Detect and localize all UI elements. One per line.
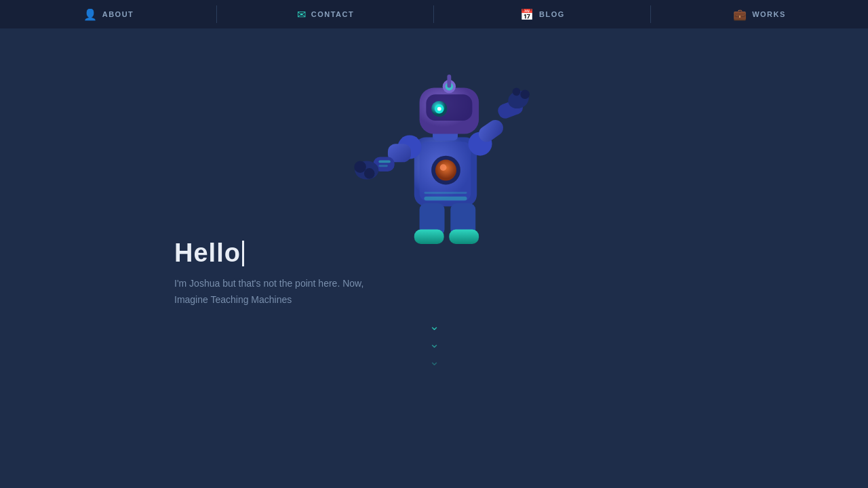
svg-rect-30 xyxy=(424,197,467,201)
person-icon: 👤 xyxy=(83,8,97,21)
chevron-1[interactable]: ⌄ xyxy=(429,320,439,332)
chevron-2[interactable]: ⌄ xyxy=(429,338,439,350)
svg-rect-29 xyxy=(449,230,479,244)
nav-contact-label: CONTACT xyxy=(311,10,354,18)
svg-point-19 xyxy=(364,168,375,179)
svg-rect-27 xyxy=(414,230,444,244)
nav-blog-label: BLOG xyxy=(539,10,565,18)
nav-works[interactable]: 💼 WORKS xyxy=(651,0,868,28)
svg-point-25 xyxy=(513,88,521,96)
svg-point-24 xyxy=(520,89,530,99)
hero-subtitle-line1: I'm Joshua but that's not the point here… xyxy=(174,278,363,289)
svg-point-10 xyxy=(437,107,441,111)
svg-rect-32 xyxy=(378,160,391,163)
nav-works-label: WORKS xyxy=(752,10,786,18)
text-cursor xyxy=(242,241,244,266)
svg-rect-31 xyxy=(424,192,467,194)
scroll-chevrons[interactable]: ⌄ ⌄ ⌄ xyxy=(429,320,439,367)
navbar: 👤 ABOUT ✉ CONTACT 📅 BLOG 💼 WORKS xyxy=(0,0,868,28)
svg-rect-33 xyxy=(378,165,388,167)
calendar-icon: 📅 xyxy=(520,8,534,21)
robot-illustration xyxy=(319,28,549,266)
svg-point-3 xyxy=(435,159,456,180)
nav-contact[interactable]: ✉ CONTACT xyxy=(217,0,434,28)
hero-subtitle: I'm Joshua but that's not the point here… xyxy=(174,276,363,308)
nav-about[interactable]: 👤 ABOUT xyxy=(0,0,217,28)
svg-point-18 xyxy=(354,161,366,173)
svg-rect-13 xyxy=(447,75,451,87)
svg-point-4 xyxy=(440,164,447,171)
hero-title: Hello xyxy=(174,239,363,268)
mail-icon: ✉ xyxy=(297,8,306,21)
hero-title-text: Hello xyxy=(174,239,241,268)
chevron-3[interactable]: ⌄ xyxy=(429,355,439,367)
main-content: Hello I'm Joshua but that's not the poin… xyxy=(0,28,868,488)
hero-text-block: Hello I'm Joshua but that's not the poin… xyxy=(174,239,363,308)
nav-blog[interactable]: 📅 BLOG xyxy=(434,0,651,28)
hero-subtitle-line2: Imagine Teaching Machines xyxy=(174,294,292,305)
nav-about-label: ABOUT xyxy=(102,10,134,18)
briefcase-icon: 💼 xyxy=(733,8,747,21)
